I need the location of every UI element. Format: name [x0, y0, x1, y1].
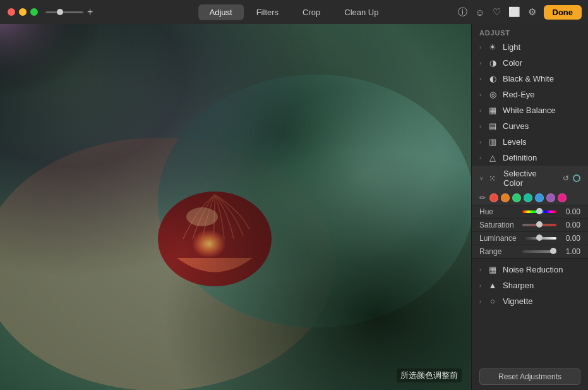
- swatch-blue[interactable]: [535, 193, 544, 202]
- photo-canvas: [0, 24, 471, 390]
- titlebar: + Adjust Filters Crop Clean Up ⓘ ☺ ♡ ⬜ ⚙…: [0, 0, 588, 24]
- luminance-slider[interactable]: [522, 237, 556, 240]
- saturation-value: 0.00: [560, 221, 580, 229]
- swatch-teal[interactable]: [524, 193, 532, 202]
- light-icon: ☀: [488, 42, 498, 52]
- swatch-pink[interactable]: [558, 193, 567, 202]
- tools-icon[interactable]: ⚙: [528, 6, 536, 18]
- swatch-green[interactable]: [512, 193, 521, 202]
- chevron-right-icon: ›: [479, 123, 481, 130]
- luminance-label: Luminance: [479, 234, 519, 243]
- definition-label: Definition: [503, 153, 580, 162]
- reset-adjustments-button[interactable]: Reset Adjustments: [479, 369, 580, 385]
- sc-sliders: Hue 0.00 Saturation 0.00 Luminance: [472, 205, 588, 259]
- chevron-right-icon: ›: [479, 298, 481, 305]
- tab-cleanup[interactable]: Clean Up: [333, 4, 390, 20]
- close-button[interactable]: [8, 8, 15, 16]
- sharpen-icon: ▲: [488, 281, 498, 290]
- main-content: ADJUST › ☀ Light › ◑ Color › ◐ Black & W…: [0, 24, 588, 390]
- adjust-item-red-eye[interactable]: › ◎ Red-Eye: [472, 87, 588, 102]
- emoji-icon[interactable]: ☺: [475, 7, 484, 18]
- bw-icon: ◐: [488, 74, 498, 83]
- adjust-item-light[interactable]: › ☀ Light: [472, 39, 588, 55]
- adjust-item-definition[interactable]: › △ Definition: [472, 150, 588, 166]
- chevron-right-icon: ›: [479, 92, 481, 98]
- hue-thumb: [536, 208, 543, 214]
- adjust-item-white-balance[interactable]: › ▦ White Balance: [472, 102, 588, 118]
- red-eye-icon: ◎: [488, 90, 498, 99]
- chevron-right-icon: ›: [479, 155, 481, 161]
- heart-icon[interactable]: ♡: [493, 6, 501, 18]
- curves-icon: ▤: [488, 121, 498, 131]
- tab-crop[interactable]: Crop: [291, 4, 332, 20]
- adjust-item-levels[interactable]: › ▥ Levels: [472, 134, 588, 150]
- minimize-button[interactable]: [19, 8, 27, 16]
- info-icon[interactable]: ⓘ: [458, 6, 467, 18]
- redeye-label: Red-Eye: [503, 90, 580, 99]
- chevron-right-icon: ›: [479, 139, 481, 145]
- adjust-item-sharpen[interactable]: › ▲ Sharpen: [472, 277, 588, 293]
- nav-tabs: Adjust Filters Crop Clean Up: [198, 4, 390, 20]
- selective-color-label: Selective Color: [503, 169, 558, 188]
- reset-btn-area: Reset Adjustments: [472, 363, 588, 390]
- swatch-orange[interactable]: [501, 193, 510, 202]
- bw-label: Black & White: [503, 74, 580, 83]
- saturation-thumb: [536, 221, 543, 228]
- chevron-right-icon: ›: [479, 107, 481, 114]
- zoom-slider[interactable]: [45, 11, 83, 13]
- hue-slider-row: Hue 0.00: [472, 205, 588, 219]
- adjust-item-curves[interactable]: › ▤ Curves: [472, 118, 588, 134]
- levels-icon: ▥: [488, 137, 498, 147]
- chevron-down-icon: ∨: [479, 175, 484, 181]
- levels-label: Levels: [503, 137, 580, 147]
- sc-controls: ↺: [563, 174, 580, 183]
- saturation-slider-row: Saturation 0.00: [472, 219, 588, 232]
- maximize-button[interactable]: [30, 8, 38, 16]
- titlebar-icons: ⓘ ☺ ♡ ⬜ ⚙ Done: [458, 5, 588, 20]
- range-slider[interactable]: [522, 250, 556, 253]
- vignette-label: Vignette: [503, 296, 580, 306]
- traffic-lights: [0, 8, 38, 16]
- adjust-item-color[interactable]: › ◑ Color: [472, 55, 588, 71]
- color-icon: ◑: [488, 58, 498, 68]
- sc-grid-icon: ⁙: [489, 174, 496, 183]
- sc-reset-icon[interactable]: ↺: [563, 174, 569, 183]
- zoom-slider-thumb: [57, 9, 63, 15]
- wb-icon: ▦: [488, 106, 498, 115]
- curves-label: Curves: [503, 121, 580, 131]
- chevron-right-icon: ›: [479, 44, 481, 51]
- adjust-item-noise-reduction[interactable]: › ▦ Noise Reduction: [472, 262, 588, 277]
- hue-label: Hue: [479, 207, 519, 216]
- noise-reduction-label: Noise Reduction: [503, 265, 580, 274]
- right-panel: ADJUST › ☀ Light › ◑ Color › ◐ Black & W…: [471, 24, 588, 390]
- saturation-slider[interactable]: [522, 224, 556, 226]
- sc-toggle-circle[interactable]: [573, 174, 580, 182]
- color-label: Color: [503, 58, 580, 68]
- range-value: 1.00: [560, 247, 580, 256]
- zoom-slider-area: +: [45, 6, 93, 18]
- adjust-header: ADJUST: [472, 24, 588, 39]
- chevron-right-icon: ›: [479, 283, 481, 289]
- zoom-plus-icon: +: [87, 6, 93, 18]
- luminance-thumb: [536, 235, 543, 241]
- hue-slider[interactable]: [522, 210, 556, 213]
- swatch-purple[interactable]: [546, 193, 555, 202]
- definition-icon: △: [488, 153, 498, 162]
- tab-adjust[interactable]: Adjust: [198, 4, 244, 20]
- adjust-item-black-white[interactable]: › ◐ Black & White: [472, 71, 588, 87]
- hue-value: 0.00: [560, 207, 580, 216]
- photo-overlay: [0, 24, 471, 390]
- selective-color-header[interactable]: ∨ ⁙ Selective Color ↺: [472, 166, 588, 191]
- bottom-items: › ▦ Noise Reduction › ▲ Sharpen › ○ Vign…: [472, 259, 588, 309]
- share-icon[interactable]: ⬜: [508, 6, 520, 18]
- pencil-icon: ✏: [479, 193, 486, 202]
- photo-area: [0, 24, 471, 390]
- saturation-label: Saturation: [479, 221, 519, 229]
- range-label: Range: [479, 247, 519, 256]
- done-button[interactable]: Done: [544, 5, 582, 20]
- tab-filters[interactable]: Filters: [245, 4, 290, 20]
- swatch-red[interactable]: [489, 193, 498, 202]
- range-thumb: [550, 248, 556, 254]
- vignette-icon: ○: [488, 296, 498, 306]
- adjust-item-vignette[interactable]: › ○ Vignette: [472, 293, 588, 309]
